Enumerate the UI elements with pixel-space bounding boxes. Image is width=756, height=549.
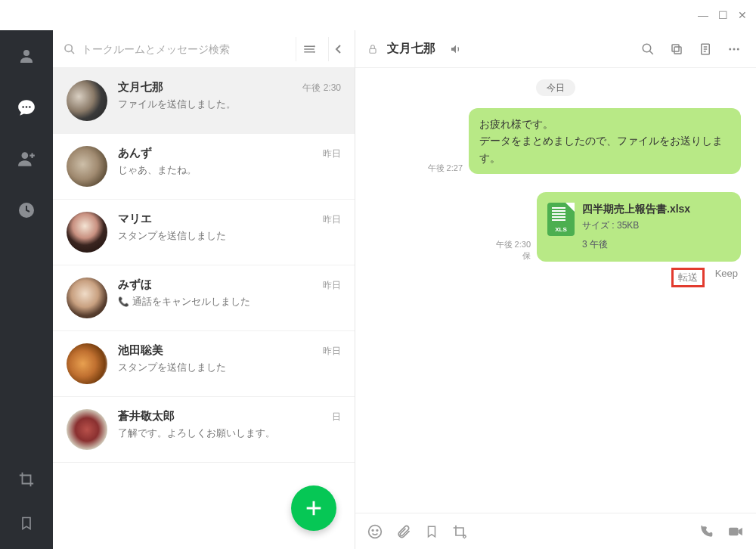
chat-pane: 文月七那 今日 午後 2:27 お疲れ様です。 データをまとめましたので、ファイ… [355,30,756,549]
voice-call-icon[interactable] [699,524,714,539]
person-icon[interactable] [16,45,37,67]
svg-point-0 [23,50,29,56]
chat-time: 午後 2:30 [302,82,341,95]
message-composer [355,513,756,549]
bookmark-icon[interactable] [16,513,37,534]
svg-point-8 [643,44,651,52]
file-actions: 転送 Keep [537,268,741,287]
chat-time: 昨日 [323,279,341,292]
new-chat-fab[interactable] [291,485,336,531]
composer-bookmark-icon[interactable] [425,524,438,539]
clock-icon[interactable] [16,200,37,221]
message-bubble[interactable]: お疲れ様です。 データをまとめましたので、ファイルをお送りします。 [469,108,741,174]
copy-icon[interactable] [667,39,686,59]
svg-point-1 [22,106,24,108]
svg-point-14 [737,48,739,50]
maximize-button[interactable]: ☐ [717,9,729,21]
message-time: 午後 2:30 保 [496,239,531,262]
chat-preview: スタンプを送信しました [118,229,341,243]
keep-link[interactable]: Keep [715,268,738,287]
composer-crop-icon[interactable] [452,524,467,539]
search-bar [53,30,355,68]
video-call-icon[interactable] [727,526,744,538]
chat-header: 文月七那 [355,30,756,68]
message-time: 午後 2:27 [428,163,463,174]
sort-icon[interactable] [296,37,322,61]
emoji-icon[interactable] [367,524,383,539]
file-bubble[interactable]: XLS 四半期売上報告書.xlsx サイズ : 35KB 3 午後 [537,192,741,262]
svg-rect-10 [672,45,679,51]
chat-preview: 📞通話をキャンセルしました [118,295,341,309]
svg-point-16 [372,529,373,531]
notes-icon[interactable] [696,39,715,59]
message-row: 午後 2:27 お疲れ様です。 データをまとめましたので、ファイルをお送りします… [370,108,741,174]
attachment-icon[interactable] [396,524,411,539]
search-icon [64,43,76,55]
lock-icon [367,43,378,55]
chat-time: 日 [332,411,341,423]
file-size: サイズ : 35KB [582,219,730,232]
file-expiry: 3 午後 [582,239,608,250]
collapse-sidebar-icon[interactable] [328,37,349,61]
minimize-button[interactable]: — [697,9,709,21]
chat-time: 昨日 [323,213,341,226]
file-name: 四半期売上報告書.xlsx [582,203,730,216]
chat-title: 文月七那 [387,41,435,57]
svg-point-17 [376,529,378,531]
svg-rect-18 [729,527,738,535]
chat-item[interactable]: 池田聡美昨日 スタンプを送信しました [53,331,355,397]
nav-rail [0,30,53,549]
svg-point-2 [26,106,28,108]
chat-name: 池田聡美 [118,343,163,358]
date-separator: 今日 [370,82,741,95]
avatar [67,409,107,450]
chat-preview: ファイルを送信しました。 [118,98,341,111]
speaker-icon[interactable] [449,43,463,55]
avatar [67,146,107,187]
chat-item[interactable]: みずほ昨日 📞通話をキャンセルしました [53,265,355,331]
svg-rect-7 [370,48,376,53]
messages-area: 今日 午後 2:27 お疲れ様です。 データをまとめましたので、ファイルをお送り… [355,68,756,513]
xls-file-icon: XLS [547,203,575,236]
chat-item[interactable]: マリエ昨日 スタンプを送信しました [53,200,355,265]
more-icon[interactable] [724,39,744,59]
avatar [67,278,107,318]
chat-time: 昨日 [323,345,341,358]
chat-item[interactable]: 文月七那午後 2:30 ファイルを送信しました。 [53,68,355,134]
close-button[interactable]: ✕ [736,9,748,21]
svg-point-15 [369,525,382,538]
window-titlebar: — ☐ ✕ [0,0,756,30]
chat-preview: スタンプを送信しました [118,361,341,374]
call-icon: 📞 [118,296,129,307]
chat-list: 文月七那午後 2:30 ファイルを送信しました。 あんず昨日 じゃあ、またね。 … [53,68,355,549]
chat-name: みずほ [118,278,152,292]
chat-icon[interactable] [16,97,37,118]
avatar [67,80,107,121]
chat-name: マリエ [118,212,152,226]
add-friend-icon[interactable] [16,148,37,169]
message-row: 午後 2:30 保 XLS 四半期売上報告書.xlsx サイズ : 35KB 3… [370,192,741,262]
search-chat-icon[interactable] [638,39,658,59]
chat-item[interactable]: 蒼井敬太郎日 了解です。よろしくお願いします。 [53,397,355,463]
svg-point-4 [22,152,29,159]
chat-name: 蒼井敬太郎 [118,409,175,423]
chat-preview: じゃあ、またね。 [118,163,341,177]
search-input[interactable] [82,43,290,55]
chat-item[interactable]: あんず昨日 じゃあ、またね。 [53,134,355,200]
svg-point-3 [29,106,31,108]
svg-point-6 [65,45,72,51]
svg-rect-9 [674,47,681,54]
avatar [67,343,107,384]
avatar [67,212,107,253]
chat-name: 文月七那 [118,80,163,95]
crop-icon[interactable] [16,469,37,490]
chat-name: あんず [118,146,152,160]
chat-preview: 了解です。よろしくお願いします。 [118,426,341,440]
svg-point-13 [733,48,736,50]
forward-link[interactable]: 転送 [671,268,705,287]
chat-time: 昨日 [323,147,341,160]
svg-point-12 [729,48,731,50]
chat-sidebar: 文月七那午後 2:30 ファイルを送信しました。 あんず昨日 じゃあ、またね。 … [53,30,355,549]
